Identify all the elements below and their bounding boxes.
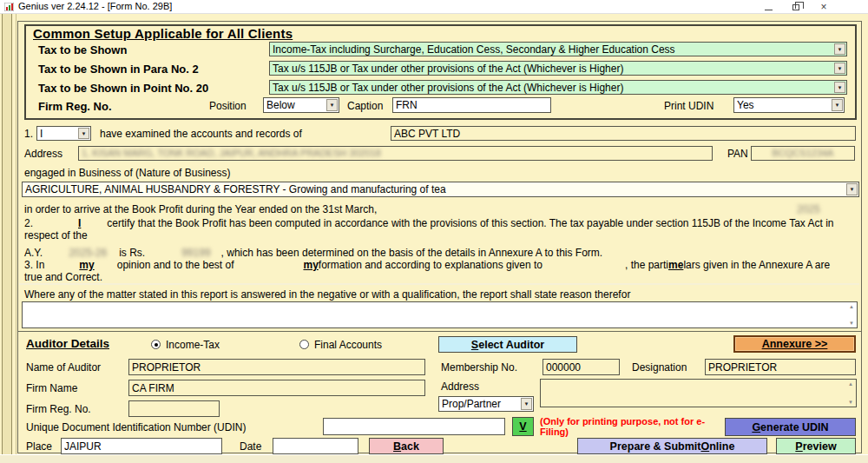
chevron-down-icon[interactable]: ▼ — [326, 99, 338, 111]
back-rest: ack — [401, 440, 419, 453]
auditor-firm-reg-label: Firm Reg. No. — [26, 403, 91, 415]
address-redacted-value: 1, KISAN MARG, TONK ROAD, JAIPUR, ANDHRA… — [82, 148, 381, 158]
preview-button[interactable]: Preview — [776, 438, 856, 454]
address-input[interactable]: 1, KISAN MARG, TONK ROAD, JAIPUR, ANDHRA… — [78, 146, 713, 161]
preview-hotkey: P — [795, 440, 802, 453]
print-udin-label: Print UDIN — [664, 100, 713, 112]
pan-label: PAN — [727, 148, 748, 160]
tax-point20-select[interactable]: Tax u/s 115JB or Tax under other provisi… — [269, 80, 847, 95]
common-setup-heading: Common Setup Applicable for All Clients — [33, 26, 293, 41]
para2-pronoun[interactable]: I — [78, 217, 81, 229]
chevron-down-icon[interactable]: ▼ — [832, 99, 843, 111]
rs-redacted-value: 99199 — [181, 247, 210, 259]
back-hotkey: B — [393, 440, 401, 453]
client-name-input[interactable] — [391, 126, 856, 141]
membership-no-input[interactable] — [542, 359, 620, 375]
income-tax-radio-label[interactable]: Income-Tax — [166, 339, 220, 351]
para3-c: formation and according to explanations … — [319, 259, 542, 271]
select-auditor-button[interactable]: Select Auditor — [438, 336, 577, 353]
final-accounts-radio-label[interactable]: Final Accounts — [314, 339, 382, 351]
qualification-textarea[interactable]: ▲ ▼ — [22, 301, 858, 328]
firm-name-label: Firm Name — [26, 382, 77, 394]
scroll-up-icon[interactable]: ▲ — [849, 304, 854, 309]
address-type-value: Prop/Partner — [442, 398, 501, 410]
minimize-button[interactable] — [759, 1, 778, 13]
bottom-strip — [0, 454, 868, 463]
generate-udin-rest: enerate UDIN — [760, 421, 829, 433]
chevron-down-icon[interactable]: ▼ — [834, 43, 845, 55]
tax-to-be-shown-label: Tax to be Shown — [38, 43, 127, 56]
select-auditor-rest: elect Auditor — [478, 339, 544, 351]
name-of-auditor-label: Name of Auditor — [26, 361, 101, 374]
chevron-down-icon[interactable]: ▼ — [846, 183, 858, 195]
ay-label: A.Y. — [24, 247, 43, 259]
pso-hotkey: O — [700, 440, 709, 453]
chevron-down-icon[interactable]: ▼ — [78, 128, 89, 139]
position-value: Below — [266, 99, 295, 111]
qualification-label: Where any of the matter stated in this r… — [24, 288, 630, 301]
back-button[interactable]: Back — [369, 438, 444, 454]
pronoun-select[interactable]: I ▼ — [36, 126, 91, 141]
chevron-down-icon[interactable]: ▼ — [834, 63, 845, 74]
place-input[interactable] — [61, 438, 222, 454]
udin-verify-button[interactable]: V — [512, 417, 534, 436]
udin-verify-label: V — [519, 420, 526, 433]
tax-to-be-shown-select[interactable]: Income-Tax including Surcharge, Educatio… — [269, 42, 847, 56]
para3-my1[interactable]: my — [79, 259, 94, 271]
para3-e: lars given in the — [683, 259, 756, 271]
preview-rest: review — [803, 440, 837, 453]
auditor-address-label: Address — [441, 380, 479, 393]
divider — [19, 283, 859, 285]
tax-para2-select[interactable]: Tax u/s 115JB or Tax under other provisi… — [269, 61, 847, 76]
line1-text: have examined the accounts and records o… — [100, 128, 302, 140]
scroll-down-icon[interactable]: ▼ — [849, 321, 854, 326]
prepare-submit-online-button[interactable]: Prepare & Submit Online — [577, 438, 767, 454]
para3-me[interactable]: me — [668, 259, 683, 271]
print-udin-select[interactable]: Yes ▼ — [733, 97, 845, 113]
year-redacted-value: 2025 — [797, 203, 820, 215]
left-panel-divider — [14, 14, 16, 463]
tax-point20-value: Tax u/s 115JB or Tax under other provisi… — [273, 82, 623, 94]
business-select[interactable]: AGRICULTURE, ANIMAL HUSBANDRY & FORESTRY… — [22, 182, 859, 197]
window-title: Genius ver 2.24.12 - [Form No. 29B] — [18, 1, 172, 11]
ay-redacted-value: 2025-26 — [69, 247, 107, 259]
position-label: Position — [209, 100, 247, 112]
udin-input[interactable] — [323, 418, 505, 435]
tax-point20-label: Tax to be Shown in Point No. 20 — [38, 82, 208, 95]
line1-number: 1. — [24, 128, 33, 140]
para3-a: 3. In — [24, 259, 44, 271]
para3-my2[interactable]: my — [303, 259, 318, 271]
annexure-button[interactable]: Annexure >> — [733, 335, 856, 353]
ay-line: A.Y.2025-26is Rs.99199, which has been d… — [24, 247, 849, 259]
restore-icon — [792, 4, 799, 10]
position-select[interactable]: Below ▼ — [263, 97, 339, 113]
date-label: Date — [240, 440, 261, 453]
scroll-down-icon[interactable]: ▼ — [848, 400, 853, 405]
chevron-down-icon[interactable]: ▼ — [521, 398, 532, 410]
designation-label: Designation — [632, 361, 687, 374]
address-type-select[interactable]: Prop/Partner ▼ — [438, 396, 534, 412]
auditor-address-textarea[interactable]: ▲ ▼ — [540, 379, 857, 407]
firm-name-input[interactable] — [128, 380, 425, 396]
final-accounts-radio[interactable] — [299, 340, 309, 349]
designation-input[interactable] — [705, 359, 856, 375]
close-button[interactable]: × — [814, 1, 833, 13]
minimize-icon — [765, 10, 773, 10]
chevron-down-icon[interactable]: ▼ — [834, 82, 845, 93]
name-of-auditor-input[interactable] — [128, 359, 425, 375]
pronoun-value: I — [40, 128, 43, 140]
scroll-up-icon[interactable]: ▲ — [848, 381, 853, 387]
auditor-firm-reg-input[interactable] — [128, 400, 220, 417]
caption-input[interactable] — [392, 97, 551, 113]
left-panel-strip — [2, 14, 12, 463]
firm-reg-no-label: Firm Reg. No. — [38, 100, 112, 113]
restore-button[interactable] — [786, 1, 806, 13]
pan-input[interactable]: BCQCS1234A — [751, 146, 855, 161]
income-tax-radio[interactable] — [151, 340, 161, 349]
generate-udin-button[interactable]: Generate UDIN — [725, 418, 856, 436]
para3-d: , the parti — [625, 259, 668, 271]
date-input[interactable] — [273, 438, 358, 454]
business-label: engaged in Business of (Nature of Busine… — [24, 167, 230, 179]
udin-note: (Only for printing purpose, not for e-Fi… — [540, 416, 724, 437]
para2-text: certify that the Book Profit has been co… — [24, 217, 834, 241]
